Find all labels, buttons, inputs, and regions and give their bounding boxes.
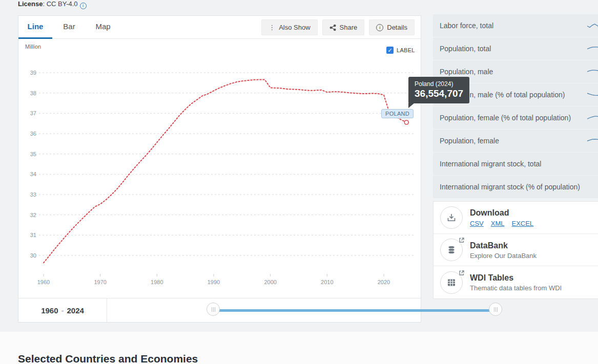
svg-text:36: 36 <box>30 131 36 137</box>
tab-line[interactable]: Line <box>18 16 52 39</box>
download-icon-circle[interactable] <box>440 206 463 229</box>
tooltip-value: 36,554,707 <box>415 88 463 99</box>
svg-text:1970: 1970 <box>94 279 106 285</box>
svg-text:33: 33 <box>30 191 36 198</box>
svg-text:32: 32 <box>30 212 36 218</box>
tab-map[interactable]: Map <box>86 16 120 37</box>
sidebar-item-population-female[interactable]: Population, female <box>433 130 598 152</box>
details-button[interactable]: i Details <box>369 19 415 35</box>
sidebar-item-label: Population, total <box>440 45 491 53</box>
chart-toolbar: ⋮ Also Show Share i Details <box>261 19 415 35</box>
line-chart-area: 3031323334353637383919601970198019902000… <box>18 57 422 299</box>
details-label: Details <box>387 24 407 31</box>
svg-text:2020: 2020 <box>378 279 390 285</box>
csv-link[interactable]: CSV <box>470 220 484 227</box>
sidebar-item-population-total[interactable]: Population, total <box>433 37 598 60</box>
data-point-tooltip: Poland (2024) 36,554,707 <box>408 77 469 103</box>
wdi-subtitle: Thematic data tables from WDI <box>470 284 562 292</box>
download-title: Download <box>470 208 533 218</box>
sidebar-item-label: Population, female <box>440 137 499 145</box>
label-checkbox-text: LABEL <box>397 47 415 53</box>
slider-handle-right[interactable] <box>489 303 502 316</box>
sidebar-item-labor-force-total[interactable]: Labor force, total <box>433 14 598 37</box>
sidebar-item-migrant-stock-total[interactable]: International migrant stock, total <box>433 153 598 175</box>
svg-text:31: 31 <box>30 232 36 238</box>
tooltip-title: Poland (2024) <box>415 80 463 88</box>
databank-icon-circle <box>440 239 463 261</box>
sparkline-icon <box>587 21 598 30</box>
kebab-menu-icon: ⋮ <box>269 24 275 31</box>
license-value: : CC BY-4.0 <box>43 0 77 8</box>
xml-link[interactable]: XML <box>491 220 505 227</box>
sidebar-item-label: Population, male <box>440 68 493 76</box>
download-row: Download CSV XML EXCEL <box>434 202 598 234</box>
range-separator: - <box>61 306 64 315</box>
excel-link[interactable]: EXCEL <box>511 220 533 227</box>
indicator-sidebar: Labor force, total Population, total Pop… <box>433 14 598 199</box>
svg-text:1990: 1990 <box>208 279 220 285</box>
page: License: CC BY-4.0i LineBarMap ⋮ Also Sh… <box>0 0 598 364</box>
svg-text:1960: 1960 <box>37 279 50 285</box>
wdi-title: WDI Tables <box>470 273 562 283</box>
time-range-readout: 1960 - 2024 <box>18 298 107 322</box>
series-label-chip[interactable]: POLAND <box>381 109 414 118</box>
license-info-icon[interactable]: i <box>80 3 87 9</box>
svg-text:1980: 1980 <box>151 279 163 285</box>
slider-handle-left[interactable] <box>207 303 220 316</box>
external-link-icon <box>459 238 464 243</box>
grip-icon <box>212 307 215 312</box>
label-checkbox[interactable]: ✓ <box>386 47 394 54</box>
license-label: License <box>18 0 43 8</box>
sidebar-item-label: Population, female (% of total populatio… <box>440 114 571 122</box>
section-heading: Selected Countries and Economies <box>18 353 198 364</box>
databank-title: DataBank <box>470 241 537 251</box>
download-icon <box>446 212 457 223</box>
sparkline-icon <box>587 90 598 99</box>
tools-panel: Download CSV XML EXCEL <box>433 201 598 299</box>
tab-bar[interactable]: Bar <box>52 16 86 37</box>
sidebar-item-population-female-pct[interactable]: Population, female (% of total populatio… <box>433 106 598 129</box>
chart-tabs-row: LineBarMap ⋮ Also Show Share i <box>18 16 421 39</box>
time-slider <box>107 298 421 322</box>
database-icon <box>446 245 457 255</box>
also-show-label: Also Show <box>279 24 310 31</box>
svg-text:39: 39 <box>30 70 36 76</box>
sidebar-item-label: Labor force, total <box>440 22 493 30</box>
svg-text:2000: 2000 <box>264 279 276 285</box>
line-chart-svg: 3031323334353637383919601970198019902000… <box>18 57 422 299</box>
range-end: 2024 <box>67 306 84 315</box>
svg-text:38: 38 <box>30 90 36 96</box>
wdi-icon-circle <box>440 271 463 294</box>
also-show-button[interactable]: ⋮ Also Show <box>261 19 317 35</box>
range-start: 1960 <box>41 306 58 315</box>
svg-text:37: 37 <box>30 110 36 116</box>
svg-text:30: 30 <box>30 252 36 259</box>
wdi-tables-row[interactable]: WDI Tables Thematic data tables from WDI <box>434 266 598 298</box>
share-label: Share <box>340 24 358 31</box>
label-toggle[interactable]: ✓ LABEL <box>386 47 415 54</box>
bottom-section: Selected Countries and Economies <box>0 332 598 364</box>
chart-panel: LineBarMap ⋮ Also Show Share i <box>18 15 421 323</box>
table-icon <box>446 277 457 288</box>
grip-icon <box>494 307 498 312</box>
sparkline-icon <box>587 67 598 76</box>
svg-text:2010: 2010 <box>321 279 333 285</box>
license-bar: License: CC BY-4.0i <box>18 0 87 9</box>
databank-row[interactable]: DataBank Explore Our DataBank <box>434 234 598 266</box>
share-button[interactable]: Share <box>322 19 365 35</box>
details-info-icon: i <box>376 24 383 31</box>
y-axis-unit-label: Million <box>25 44 41 50</box>
slider-track[interactable] <box>213 309 495 312</box>
sparkline-icon <box>587 136 598 145</box>
sparkline-icon <box>587 113 598 122</box>
download-links: CSV XML EXCEL <box>470 220 533 227</box>
svg-text:35: 35 <box>30 151 36 157</box>
sidebar-item-migrant-stock-pct[interactable]: International migrant stock (% of popula… <box>433 176 598 198</box>
svg-text:34: 34 <box>30 171 36 177</box>
share-icon <box>329 24 336 31</box>
sparkline-icon <box>587 44 598 53</box>
sidebar-item-label: International migrant stock (% of popula… <box>440 183 580 191</box>
external-link-icon <box>459 270 464 275</box>
databank-subtitle: Explore Our DataBank <box>470 252 537 260</box>
time-range-row: 1960 - 2024 <box>18 298 421 322</box>
